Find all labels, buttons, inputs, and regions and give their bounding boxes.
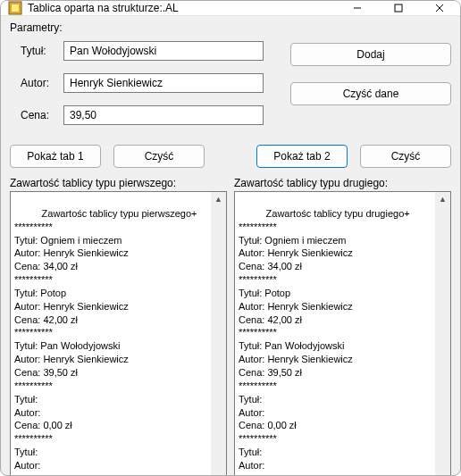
content-area: Zawartość tablicy typu pierwszego: Zawar… <box>10 177 451 476</box>
scrollbar-2[interactable]: ▲ ▼ <box>435 192 450 476</box>
maximize-button[interactable] <box>378 1 419 15</box>
content-col-1: Zawartość tablicy typu pierwszego: Zawar… <box>10 177 227 476</box>
content1-text: Zawartośc tablicy typu pierwszego+ *****… <box>14 208 197 476</box>
svg-rect-3 <box>395 4 402 12</box>
clear-data-button[interactable]: Czyść dane <box>290 82 451 105</box>
scroll-up-icon[interactable]: ▲ <box>211 192 226 207</box>
scroll-thumb[interactable] <box>435 207 450 476</box>
parameters-label: Parametry: <box>10 21 451 34</box>
app-icon <box>8 1 22 15</box>
svg-rect-1 <box>12 4 19 12</box>
titlebar: Tablica oparta na strukturze:.AL <box>1 1 460 16</box>
author-input[interactable] <box>63 73 264 93</box>
author-label: Autor: <box>10 77 63 89</box>
window-title: Tablica oparta na strukturze:.AL <box>28 2 337 14</box>
scroll-up-icon[interactable]: ▲ <box>435 192 450 207</box>
window-controls <box>337 1 460 15</box>
add-button[interactable]: Dodaj <box>290 43 451 66</box>
price-label: Cena: <box>10 109 63 121</box>
title-input[interactable] <box>63 41 264 61</box>
author-row: Autor: <box>10 73 264 93</box>
scrollbar-1[interactable]: ▲ ▼ <box>211 192 226 476</box>
left-form: Tytuł: Autor: Cena: <box>10 41 264 138</box>
window-body: Parametry: Tytuł: Autor: Cena: Dodaj Czy <box>1 16 460 476</box>
content2-text: Zawartośc tablicy typu drugiego+ *******… <box>239 208 410 476</box>
content1-box[interactable]: Zawartośc tablicy typu pierwszego+ *****… <box>10 191 227 476</box>
price-row: Cena: <box>10 105 264 125</box>
title-row: Tytuł: <box>10 41 264 61</box>
content2-box[interactable]: Zawartośc tablicy typu drugiego+ *******… <box>234 191 451 476</box>
right-form: Dodaj Czyść dane <box>290 41 451 138</box>
title-label: Tytuł: <box>10 45 63 57</box>
clear1-button[interactable]: Czyść <box>113 145 205 168</box>
content1-label: Zawartość tablicy typu pierwszego: <box>10 177 227 189</box>
form-area: Tytuł: Autor: Cena: Dodaj Czyść dane <box>10 41 451 138</box>
show-tab1-button[interactable]: Pokaż tab 1 <box>10 145 101 168</box>
tab-button-row: Pokaż tab 1 Czyść Pokaż tab 2 Czyść <box>10 145 451 168</box>
app-window: Tablica oparta na strukturze:.AL Paramet… <box>0 0 461 476</box>
scroll-thumb[interactable] <box>211 207 226 476</box>
minimize-button[interactable] <box>337 1 378 15</box>
price-input[interactable] <box>63 105 264 125</box>
clear2-button[interactable]: Czyść <box>360 145 451 168</box>
close-button[interactable] <box>419 1 460 15</box>
show-tab2-button[interactable]: Pokaż tab 2 <box>256 145 348 168</box>
content2-label: Zawartość tablicy typu drugiego: <box>234 177 451 189</box>
content-col-2: Zawartość tablicy typu drugiego: Zawarto… <box>234 177 451 476</box>
